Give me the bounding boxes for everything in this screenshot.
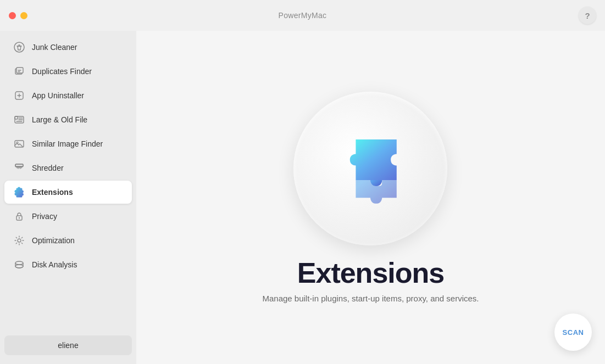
sidebar-footer: eliene <box>0 331 136 360</box>
app-uninstaller-icon <box>13 89 25 102</box>
junk-cleaner-label: Junk Cleaner <box>32 43 77 52</box>
shredder-label: Shredder <box>32 164 64 172</box>
puzzle-icon <box>324 122 417 215</box>
minimize-button[interactable] <box>20 12 27 19</box>
sidebar-item-privacy[interactable]: Privacy <box>4 205 132 228</box>
privacy-label: Privacy <box>32 212 57 221</box>
app-title: PowerMyMac <box>279 11 327 20</box>
app-uninstaller-label: App Uninstaller <box>32 91 84 100</box>
sidebar: Junk Cleaner Duplicates Finder App Unins… <box>0 31 136 364</box>
privacy-icon <box>13 210 25 222</box>
large-old-file-icon <box>13 114 25 126</box>
extensions-label: Extensions <box>32 188 73 197</box>
duplicates-finder-icon <box>13 65 25 77</box>
junk-cleaner-icon <box>13 41 25 53</box>
sidebar-item-app-uninstaller[interactable]: App Uninstaller <box>4 84 132 107</box>
hero-title: Extensions <box>262 259 479 287</box>
optimization-label: Optimization <box>32 236 75 245</box>
sidebar-item-similar-image-finder[interactable]: Similar Image Finder <box>4 132 132 155</box>
hero-text: Extensions Manage built-in plugins, star… <box>262 259 479 303</box>
similar-image-finder-icon <box>13 138 25 150</box>
extensions-icon <box>13 186 25 198</box>
sidebar-item-junk-cleaner[interactable]: Junk Cleaner <box>4 36 132 59</box>
svg-point-0 <box>14 42 24 52</box>
svg-point-14 <box>15 265 23 268</box>
hero-section: Extensions Manage built-in plugins, star… <box>262 92 479 303</box>
svg-point-12 <box>18 239 21 242</box>
titlebar: PowerMyMac ? <box>0 0 605 31</box>
similar-image-finder-label: Similar Image Finder <box>32 139 103 148</box>
sidebar-item-large-old-file[interactable]: Large & Old File <box>4 108 132 131</box>
svg-point-11 <box>19 217 20 219</box>
main-layout: Junk Cleaner Duplicates Finder App Unins… <box>0 31 605 364</box>
scan-button[interactable]: SCAN <box>554 313 592 351</box>
svg-point-13 <box>15 261 23 265</box>
sidebar-item-optimization[interactable]: Optimization <box>4 229 132 252</box>
svg-rect-5 <box>15 116 18 119</box>
large-old-file-label: Large & Old File <box>32 115 87 124</box>
sidebar-item-disk-analysis[interactable]: Disk Analysis <box>4 253 132 276</box>
traffic-lights <box>9 12 27 19</box>
disk-analysis-label: Disk Analysis <box>32 260 77 269</box>
duplicates-finder-label: Duplicates Finder <box>32 67 92 76</box>
sidebar-item-extensions[interactable]: Extensions <box>4 181 132 204</box>
help-button[interactable]: ? <box>579 7 596 24</box>
user-label[interactable]: eliene <box>4 335 132 355</box>
sidebar-item-shredder[interactable]: Shredder <box>4 156 132 180</box>
hero-icon-circle <box>293 92 447 245</box>
disk-analysis-icon <box>13 259 25 271</box>
optimization-icon <box>13 234 25 247</box>
svg-rect-9 <box>15 164 23 166</box>
sidebar-item-duplicates-finder[interactable]: Duplicates Finder <box>4 60 132 83</box>
content-area: Extensions Manage built-in plugins, star… <box>136 31 605 364</box>
shredder-icon <box>13 162 25 174</box>
close-button[interactable] <box>9 12 16 19</box>
hero-subtitle: Manage built-in plugins, start-up items,… <box>262 294 479 303</box>
